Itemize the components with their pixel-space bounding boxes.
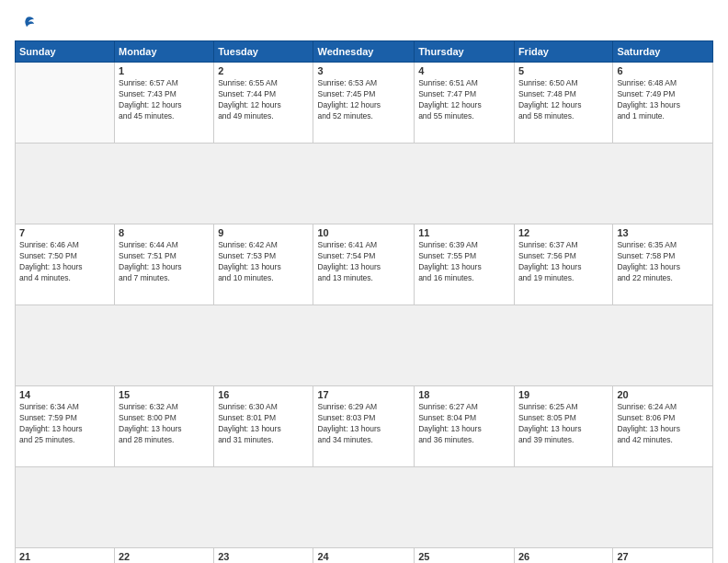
calendar-header-thursday: Thursday [415,41,515,63]
day-number: 13 [617,227,709,238]
calendar-cell: 1Sunrise: 6:57 AM Sunset: 7:43 PM Daylig… [115,63,214,144]
calendar-cell: 24Sunrise: 6:17 AM Sunset: 8:11 PM Dayli… [313,548,415,564]
day-number: 4 [418,65,510,76]
calendar-week-row-1: 1Sunrise: 6:57 AM Sunset: 7:43 PM Daylig… [16,63,713,144]
day-info: Sunrise: 6:37 AM Sunset: 7:56 PM Dayligh… [518,240,609,284]
day-number: 8 [119,227,210,238]
day-info: Sunrise: 6:51 AM Sunset: 7:47 PM Dayligh… [418,78,510,122]
day-number: 7 [19,227,110,238]
day-info: Sunrise: 6:41 AM Sunset: 7:54 PM Dayligh… [317,240,410,284]
day-number: 18 [418,389,510,400]
day-info: Sunrise: 6:42 AM Sunset: 7:53 PM Dayligh… [218,240,309,284]
week-spacer [16,144,713,224]
day-number: 20 [617,389,709,400]
calendar-table: SundayMondayTuesdayWednesdayThursdayFrid… [15,40,713,563]
day-info: Sunrise: 6:57 AM Sunset: 7:43 PM Dayligh… [119,78,210,122]
calendar-header-wednesday: Wednesday [313,41,415,63]
day-number: 23 [218,551,309,562]
calendar-cell: 18Sunrise: 6:27 AM Sunset: 8:04 PM Dayli… [415,386,515,467]
calendar-cell: 15Sunrise: 6:32 AM Sunset: 8:00 PM Dayli… [115,386,214,467]
calendar-cell: 27Sunrise: 6:12 AM Sunset: 8:15 PM Dayli… [613,548,713,564]
week-spacer [16,467,713,548]
calendar-week-row-4: 21Sunrise: 6:22 AM Sunset: 8:07 PM Dayli… [16,548,713,564]
calendar-cell: 6Sunrise: 6:48 AM Sunset: 7:49 PM Daylig… [613,63,713,144]
calendar-cell: 3Sunrise: 6:53 AM Sunset: 7:45 PM Daylig… [313,63,415,144]
calendar-cell: 14Sunrise: 6:34 AM Sunset: 7:59 PM Dayli… [16,386,115,467]
calendar-cell: 4Sunrise: 6:51 AM Sunset: 7:47 PM Daylig… [415,63,515,144]
logo [15,15,36,33]
calendar-cell: 22Sunrise: 6:20 AM Sunset: 8:09 PM Dayli… [115,548,214,564]
day-number: 6 [617,65,709,76]
calendar-week-row-3: 14Sunrise: 6:34 AM Sunset: 7:59 PM Dayli… [16,386,713,467]
day-info: Sunrise: 6:27 AM Sunset: 8:04 PM Dayligh… [418,402,510,446]
header [15,15,713,33]
calendar-cell: 17Sunrise: 6:29 AM Sunset: 8:03 PM Dayli… [313,386,415,467]
calendar-cell: 16Sunrise: 6:30 AM Sunset: 8:01 PM Dayli… [214,386,313,467]
day-number: 27 [617,551,709,562]
day-number: 11 [418,227,510,238]
page: SundayMondayTuesdayWednesdayThursdayFrid… [0,0,728,563]
day-number: 25 [418,551,510,562]
logo-bird-icon [17,15,36,33]
calendar-header-tuesday: Tuesday [214,41,313,63]
day-number: 26 [518,551,609,562]
calendar-cell [16,63,115,144]
day-info: Sunrise: 6:44 AM Sunset: 7:51 PM Dayligh… [119,240,210,284]
calendar-cell: 26Sunrise: 6:14 AM Sunset: 8:14 PM Dayli… [514,548,612,564]
day-number: 10 [317,227,410,238]
day-info: Sunrise: 6:34 AM Sunset: 7:59 PM Dayligh… [19,402,110,446]
day-info: Sunrise: 6:55 AM Sunset: 7:44 PM Dayligh… [218,78,309,122]
day-info: Sunrise: 6:39 AM Sunset: 7:55 PM Dayligh… [418,240,510,284]
week-spacer [16,305,713,386]
day-number: 1 [119,65,210,76]
day-info: Sunrise: 6:53 AM Sunset: 7:45 PM Dayligh… [317,78,410,122]
calendar-cell: 2Sunrise: 6:55 AM Sunset: 7:44 PM Daylig… [214,63,313,144]
day-number: 21 [19,551,110,562]
calendar-cell: 20Sunrise: 6:24 AM Sunset: 8:06 PM Dayli… [613,386,713,467]
calendar-header-sunday: Sunday [16,41,115,63]
calendar-cell: 13Sunrise: 6:35 AM Sunset: 7:58 PM Dayli… [613,224,713,305]
calendar-cell: 5Sunrise: 6:50 AM Sunset: 7:48 PM Daylig… [514,63,612,144]
calendar-cell: 9Sunrise: 6:42 AM Sunset: 7:53 PM Daylig… [214,224,313,305]
calendar-header-friday: Friday [514,41,612,63]
day-number: 17 [317,389,410,400]
day-number: 2 [218,65,309,76]
day-number: 3 [317,65,410,76]
day-info: Sunrise: 6:30 AM Sunset: 8:01 PM Dayligh… [218,402,309,446]
calendar-cell: 11Sunrise: 6:39 AM Sunset: 7:55 PM Dayli… [415,224,515,305]
calendar-cell: 23Sunrise: 6:19 AM Sunset: 8:10 PM Dayli… [214,548,313,564]
calendar-cell: 7Sunrise: 6:46 AM Sunset: 7:50 PM Daylig… [16,224,115,305]
day-info: Sunrise: 6:46 AM Sunset: 7:50 PM Dayligh… [19,240,110,284]
calendar-cell: 19Sunrise: 6:25 AM Sunset: 8:05 PM Dayli… [514,386,612,467]
day-info: Sunrise: 6:29 AM Sunset: 8:03 PM Dayligh… [317,402,410,446]
day-number: 9 [218,227,309,238]
day-number: 14 [19,389,110,400]
day-info: Sunrise: 6:35 AM Sunset: 7:58 PM Dayligh… [617,240,709,284]
calendar-cell: 25Sunrise: 6:15 AM Sunset: 8:12 PM Dayli… [415,548,515,564]
day-number: 15 [119,389,210,400]
day-info: Sunrise: 6:25 AM Sunset: 8:05 PM Dayligh… [518,402,609,446]
calendar-cell: 12Sunrise: 6:37 AM Sunset: 7:56 PM Dayli… [514,224,612,305]
day-info: Sunrise: 6:50 AM Sunset: 7:48 PM Dayligh… [518,78,609,122]
day-number: 5 [518,65,609,76]
calendar-header-saturday: Saturday [613,41,713,63]
calendar-cell: 21Sunrise: 6:22 AM Sunset: 8:07 PM Dayli… [16,548,115,564]
calendar-week-row-2: 7Sunrise: 6:46 AM Sunset: 7:50 PM Daylig… [16,224,713,305]
day-number: 24 [317,551,410,562]
calendar-header-monday: Monday [115,41,214,63]
day-number: 12 [518,227,609,238]
calendar-header-row: SundayMondayTuesdayWednesdayThursdayFrid… [16,41,713,63]
day-number: 19 [518,389,609,400]
calendar-cell: 10Sunrise: 6:41 AM Sunset: 7:54 PM Dayli… [313,224,415,305]
day-number: 22 [119,551,210,562]
day-number: 16 [218,389,309,400]
day-info: Sunrise: 6:24 AM Sunset: 8:06 PM Dayligh… [617,402,709,446]
calendar-cell: 8Sunrise: 6:44 AM Sunset: 7:51 PM Daylig… [115,224,214,305]
day-info: Sunrise: 6:48 AM Sunset: 7:49 PM Dayligh… [617,78,709,122]
day-info: Sunrise: 6:32 AM Sunset: 8:00 PM Dayligh… [119,402,210,446]
